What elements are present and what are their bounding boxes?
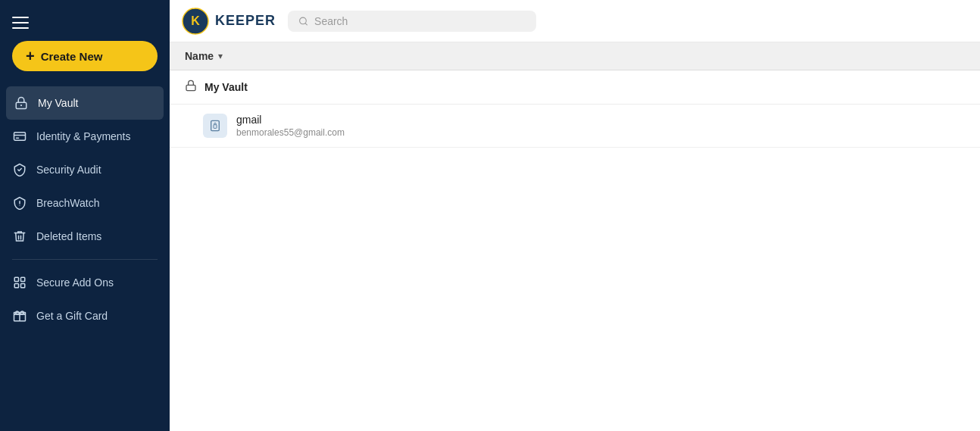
- vault-sort-bar[interactable]: Name ▾: [170, 42, 980, 70]
- main-content: K KEEPER Name ▾ My Vault: [170, 0, 980, 431]
- keeper-logo-icon: K: [182, 8, 209, 35]
- trash-icon: [12, 229, 27, 244]
- svg-rect-20: [214, 125, 217, 129]
- shield-check-icon: [12, 162, 27, 177]
- sidebar-item-label: Secure Add Ons: [36, 276, 114, 289]
- vault-item-subtitle: benmorales55@gmail.com: [236, 127, 345, 138]
- vault-content: My Vault gmail benmorales55@gmail.com: [170, 70, 980, 431]
- sidebar-item-label: Deleted Items: [36, 230, 101, 242]
- svg-rect-9: [14, 284, 18, 288]
- sidebar-item-deleted-items[interactable]: Deleted Items: [0, 220, 170, 253]
- sidebar-item-security-audit[interactable]: Security Audit: [0, 153, 170, 186]
- search-bar[interactable]: [288, 11, 536, 32]
- svg-rect-18: [186, 85, 195, 90]
- sort-label: Name: [185, 50, 214, 62]
- grid-icon: [12, 275, 27, 290]
- sidebar-nav: My Vault Identity & Payments Security: [0, 86, 170, 333]
- sidebar: + Create New My Vault: [0, 0, 170, 431]
- sidebar-item-label: Identity & Payments: [36, 130, 131, 142]
- create-new-label: Create New: [41, 50, 103, 63]
- sidebar-item-label: My Vault: [38, 97, 78, 109]
- vault-section-header: My Vault: [170, 70, 980, 105]
- vault-item-icon: [203, 114, 227, 138]
- search-icon: [298, 16, 308, 27]
- vault-section-title: My Vault: [204, 81, 248, 93]
- hamburger-icon: [12, 17, 29, 29]
- sidebar-item-get-gift-card[interactable]: Get a Gift Card: [0, 299, 170, 333]
- vault-icon: [14, 95, 29, 111]
- sidebar-item-secure-add-ons[interactable]: Secure Add Ons: [0, 266, 170, 299]
- document-lock-icon: [209, 120, 221, 132]
- svg-rect-19: [211, 120, 220, 130]
- vault-section-lock-icon: [185, 80, 197, 95]
- plus-icon: +: [26, 48, 35, 64]
- vault-item-info: gmail benmorales55@gmail.com: [236, 114, 345, 138]
- sidebar-item-my-vault[interactable]: My Vault: [6, 86, 164, 120]
- sidebar-item-label: Security Audit: [36, 164, 101, 176]
- svg-rect-8: [21, 277, 25, 281]
- sort-chevron-icon: ▾: [218, 51, 223, 61]
- vault-item-name: gmail: [236, 114, 345, 126]
- svg-rect-10: [21, 284, 25, 288]
- vault-item[interactable]: gmail benmorales55@gmail.com: [170, 105, 980, 148]
- svg-line-17: [305, 23, 307, 24]
- topbar: K KEEPER: [170, 0, 980, 42]
- sidebar-item-identity-payments[interactable]: Identity & Payments: [0, 120, 170, 153]
- breachwatch-icon: [12, 195, 27, 211]
- keeper-logo-text: KEEPER: [215, 13, 276, 29]
- svg-rect-2: [14, 133, 26, 141]
- credit-card-icon: [12, 129, 27, 144]
- sidebar-item-label: BreachWatch: [36, 197, 100, 209]
- search-input[interactable]: [314, 15, 526, 27]
- gift-icon: [12, 308, 27, 323]
- keeper-logo: K KEEPER: [182, 8, 276, 35]
- svg-point-1: [20, 105, 22, 106]
- svg-text:K: K: [191, 14, 200, 27]
- sidebar-divider: [12, 259, 158, 260]
- svg-rect-7: [14, 277, 18, 281]
- create-new-button[interactable]: + Create New: [12, 41, 158, 71]
- hamburger-menu[interactable]: [0, 9, 170, 41]
- svg-point-6: [19, 205, 20, 205]
- sidebar-item-breachwatch[interactable]: BreachWatch: [0, 186, 170, 220]
- sidebar-item-label: Get a Gift Card: [36, 310, 108, 322]
